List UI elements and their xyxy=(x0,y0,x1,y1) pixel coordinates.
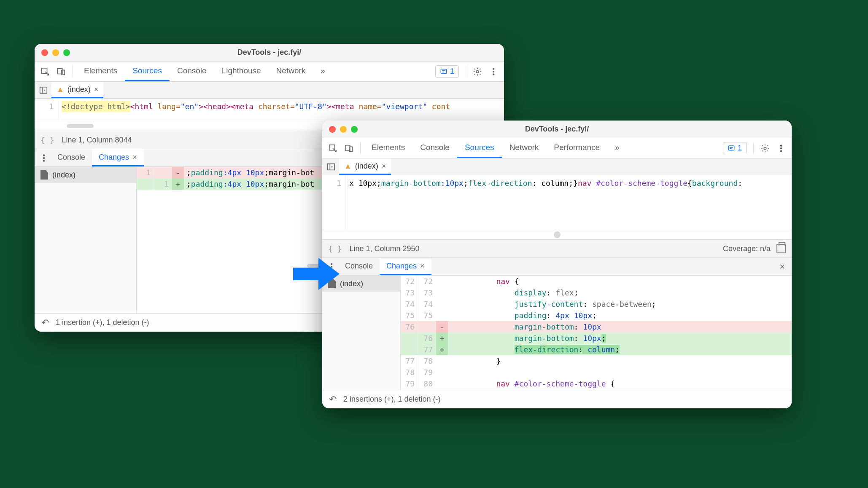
tab-console[interactable]: Console xyxy=(412,138,457,158)
window-title: DevTools - jec.fyi/ xyxy=(35,48,504,57)
svg-point-10 xyxy=(43,157,45,158)
inspect-icon[interactable] xyxy=(325,138,341,158)
device-toggle-icon[interactable] xyxy=(341,138,357,158)
tab-console[interactable]: Console xyxy=(170,62,214,81)
cursor-position: Line 1, Column 2950 xyxy=(350,244,420,253)
code-line: x 10px;margin-bottom:10px;flex-direction… xyxy=(346,175,792,230)
svg-rect-20 xyxy=(328,164,335,170)
tab-sources[interactable]: Sources xyxy=(125,62,170,81)
svg-point-17 xyxy=(781,145,782,146)
editor-status: { } Line 1, Column 2950 Coverage: n/a xyxy=(322,239,792,258)
tab-sources[interactable]: Sources xyxy=(457,138,502,158)
titlebar: DevTools - jec.fyi/ xyxy=(35,44,504,62)
diff-view[interactable]: 7272 nav {7373 display: flex;7474 justif… xyxy=(401,276,792,390)
issues-count: 1 xyxy=(450,67,454,76)
navigator-toggle-icon[interactable] xyxy=(324,162,338,172)
drawer-tab-changes[interactable]: Changes × xyxy=(92,149,144,166)
file-tab-label: (index) xyxy=(67,85,91,94)
svg-point-16 xyxy=(764,147,766,150)
file-tab-label: (index) xyxy=(355,162,378,171)
svg-rect-8 xyxy=(40,87,47,93)
close-icon[interactable]: × xyxy=(132,153,137,162)
drawer-close-icon[interactable]: × xyxy=(775,261,789,272)
code-gutter: 1 xyxy=(322,175,346,230)
code-line: <!doctype html><html lang="en"><head><me… xyxy=(58,99,504,121)
issues-badge[interactable]: 1 xyxy=(723,142,747,154)
coverage-label: Coverage: n/a xyxy=(723,244,771,253)
drawer-kebab-icon[interactable] xyxy=(37,149,51,166)
cursor-position: Line 1, Column 8044 xyxy=(62,136,132,145)
issues-count: 1 xyxy=(738,144,742,153)
diff-row: 7373 display: flex; xyxy=(401,287,792,298)
devtools-window-after: DevTools - jec.fyi/ Elements Console Sou… xyxy=(322,121,792,408)
pretty-print-icon[interactable]: { } xyxy=(328,244,342,253)
main-tabs: Elements Console Sources Network Perform… xyxy=(322,138,792,158)
tabs-overflow[interactable]: » xyxy=(607,138,627,158)
changes-panel: (index) 7272 nav {7373 display: flex;747… xyxy=(322,276,792,390)
pretty-print-icon[interactable]: { } xyxy=(40,136,54,145)
svg-rect-15 xyxy=(728,146,734,150)
drawer-tab-console[interactable]: Console xyxy=(338,258,380,275)
svg-point-19 xyxy=(781,150,782,151)
kebab-icon[interactable] xyxy=(485,62,501,81)
file-tabstrip: ▲ (index) × xyxy=(35,82,504,99)
scroll-indicator xyxy=(322,230,792,239)
close-icon[interactable]: × xyxy=(94,85,99,94)
svg-point-6 xyxy=(493,71,494,72)
code-editor[interactable]: 1 <!doctype html><html lang="en"><head><… xyxy=(35,99,504,121)
zoom-dot-icon[interactable] xyxy=(63,49,70,56)
device-toggle-icon[interactable] xyxy=(53,62,69,81)
close-icon[interactable]: × xyxy=(420,262,425,271)
svg-point-4 xyxy=(476,70,479,73)
tabs-overflow[interactable]: » xyxy=(313,62,333,81)
traffic-lights xyxy=(41,49,70,56)
diff-row: 76+ margin-bottom: 10px; xyxy=(401,332,792,344)
drawer-tabs: Console Changes × × xyxy=(322,258,792,276)
sourcemap-icon[interactable] xyxy=(776,244,786,253)
undo-icon[interactable]: ↶ xyxy=(329,394,337,405)
traffic-lights xyxy=(329,126,358,133)
code-editor[interactable]: 1 x 10px;margin-bottom:10px;flex-directi… xyxy=(322,175,792,230)
diff-row: 7575 padding: 4px 10px; xyxy=(401,310,792,321)
minimize-dot-icon[interactable] xyxy=(340,126,347,133)
changes-file-list: (index) xyxy=(35,167,137,313)
settings-icon[interactable] xyxy=(469,62,485,81)
minimize-dot-icon[interactable] xyxy=(52,49,59,56)
file-tab-index[interactable]: ▲ (index) × xyxy=(51,82,103,98)
svg-point-5 xyxy=(493,68,494,70)
main-tabs: Elements Sources Console Lighthouse Netw… xyxy=(35,62,504,82)
tab-elements[interactable]: Elements xyxy=(364,138,412,158)
diff-row: 7272 nav { xyxy=(401,276,792,287)
issues-badge[interactable]: 1 xyxy=(435,65,459,78)
changes-summary: 2 insertions (+), 1 deletion (-) xyxy=(343,395,441,404)
diff-row: 7474 justify-content: space-between; xyxy=(401,298,792,310)
zoom-dot-icon[interactable] xyxy=(351,126,358,133)
code-gutter: 1 xyxy=(35,99,58,121)
svg-point-18 xyxy=(781,147,782,149)
warning-icon: ▲ xyxy=(344,162,352,171)
kebab-icon[interactable] xyxy=(773,138,789,158)
tab-performance[interactable]: Performance xyxy=(546,138,607,158)
tab-elements[interactable]: Elements xyxy=(76,62,125,81)
changes-summary: 1 insertion (+), 1 deletion (-) xyxy=(56,318,149,327)
tab-network[interactable]: Network xyxy=(269,62,313,81)
file-tabstrip: ▲ (index) × xyxy=(322,158,792,175)
file-tab-index[interactable]: ▲ (index) × xyxy=(339,158,391,175)
diff-row: 7879 xyxy=(401,367,792,378)
close-icon[interactable]: × xyxy=(382,162,386,171)
close-dot-icon[interactable] xyxy=(41,49,48,56)
tab-network[interactable]: Network xyxy=(502,138,547,158)
file-icon xyxy=(40,170,48,180)
inspect-icon[interactable] xyxy=(37,62,53,81)
close-dot-icon[interactable] xyxy=(329,126,336,133)
tab-lighthouse[interactable]: Lighthouse xyxy=(214,62,269,81)
undo-icon[interactable]: ↶ xyxy=(41,317,49,328)
navigator-toggle-icon[interactable] xyxy=(36,86,51,95)
changes-file-item[interactable]: (index) xyxy=(35,167,136,183)
arrow-icon xyxy=(291,253,342,295)
drawer-tab-console[interactable]: Console xyxy=(51,149,92,166)
settings-icon[interactable] xyxy=(757,138,773,158)
svg-rect-3 xyxy=(441,69,447,74)
changes-footer: ↶ 2 insertions (+), 1 deletion (-) xyxy=(322,390,792,408)
drawer-tab-changes[interactable]: Changes × xyxy=(380,258,431,275)
